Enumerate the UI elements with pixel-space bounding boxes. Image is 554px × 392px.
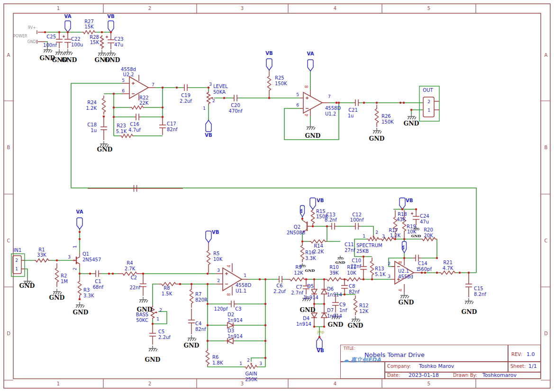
power-header-label: 9V+ [28, 26, 36, 30]
border-column-label: 1 [57, 381, 60, 386]
cloud-icon: ☁ [343, 356, 350, 364]
component-label: 2.7nf [291, 290, 303, 295]
net-flag-label: VB [265, 51, 272, 56]
pin-number-label: 2 [212, 98, 215, 103]
pin-number-label: 7 [328, 94, 331, 99]
pin-number-label: 2 [159, 308, 162, 312]
component-label: C5 [158, 329, 164, 334]
schematic-sheet[interactable]: 1122334455AABBCCDD POWER9V+GNDVAVBC25100… [0, 0, 554, 392]
component-label: BASS [136, 312, 148, 317]
gnd-label: GND [49, 294, 65, 301]
component-label: R4 [127, 260, 133, 266]
component-label: 1u [91, 128, 97, 133]
company-value: Toshko Marov [419, 363, 454, 369]
company-label: Company: [387, 364, 411, 369]
component-label: 82nf [167, 127, 178, 132]
component-label: C19 [181, 93, 191, 98]
component-label: 10K [213, 257, 223, 262]
pin-number-label: 3 [388, 274, 391, 279]
component-label: 20K [424, 233, 433, 238]
pin-number-label: 2 [217, 278, 220, 283]
component-label: R27 [84, 19, 94, 24]
pin-number-label: 1 [203, 106, 206, 111]
component-label: C11 [345, 242, 354, 247]
component-label: 820R [195, 297, 208, 303]
component-label: 2.2K [313, 249, 324, 254]
border-column-label: 3 [241, 381, 244, 386]
component-label: 15K [90, 40, 100, 45]
pin-number-label: 1 [15, 267, 18, 271]
component-label: C21 [348, 107, 358, 113]
component-label: 1n914 [327, 313, 342, 319]
component-label: 4558d [121, 67, 136, 72]
date-value: 2023-01-18 [409, 372, 439, 378]
net-flag-label: VB [107, 14, 114, 19]
component-label: 50KC [136, 318, 148, 323]
date-label: Date: [387, 373, 400, 378]
component-label: R13 [375, 266, 384, 271]
gnd-label: GND [328, 321, 344, 328]
component-label: Q1 [82, 251, 89, 257]
gnd-label: GND [305, 268, 315, 273]
net-flag-label: VA [300, 209, 303, 214]
pin-number-label: 2 [73, 267, 77, 270]
component-label: D3 [227, 328, 234, 333]
pin-number-label: 2 [388, 261, 391, 266]
pin-number-label: 1 [73, 245, 77, 248]
component-label: LEVEL [213, 84, 228, 89]
pin-number-label: 4 [398, 289, 403, 292]
component-label: R21 [443, 260, 453, 265]
component-label: 120pf [214, 306, 228, 312]
border-row-label: D [7, 331, 10, 336]
component-label: SPECTRUM [356, 243, 382, 248]
component-label: 5.1K [116, 129, 127, 134]
net-flag-layer[interactable] [65, 21, 407, 348]
component-label: R12 [359, 303, 369, 308]
border-column-label: 2 [148, 6, 151, 11]
pin-number-label: 3 [217, 268, 220, 273]
net-flag-label: VB [317, 198, 324, 203]
pin-number-label: 1 [244, 273, 246, 278]
component-label: 1.2K [86, 106, 97, 111]
component-label: R3 [83, 287, 90, 293]
component-label: U2.1 [398, 268, 409, 274]
component-label: C16 [130, 122, 139, 127]
border-row-label: A [545, 53, 548, 58]
net-flag-label: VB [317, 348, 324, 353]
component-label: 22K [139, 100, 149, 106]
net-flag-label: VA [76, 209, 83, 214]
gnd-label: GND [462, 308, 477, 315]
component-label: 10K [347, 270, 356, 276]
gnd-label: GND [300, 306, 316, 313]
gnd-label: GND [335, 260, 345, 265]
component-label: C14 [418, 261, 427, 266]
border-column-label: 2 [148, 381, 151, 386]
gnd-label: GND [369, 135, 385, 142]
net-flag-label: VA [401, 245, 405, 250]
component-label: R22 [139, 95, 149, 100]
pin-number-label: 2 [15, 258, 18, 263]
pin-number-label: 7 [152, 82, 154, 87]
drawn-by-value: Toshkomarov [482, 372, 517, 378]
gnd-label: GND [105, 56, 120, 63]
sheet-label: Sheet: [510, 364, 526, 369]
gnd-label: GND [73, 309, 89, 316]
component-label: C12 [352, 212, 362, 217]
component-label: 2.7K [125, 266, 136, 271]
component-label: 12K [294, 270, 303, 276]
border-row-label: B [545, 145, 548, 150]
power-header-label: GND [27, 40, 36, 44]
component-label: 2.2uf [180, 98, 192, 104]
component-label: R2 [61, 273, 67, 278]
component-label: 12K [359, 309, 369, 314]
border-column-label: 4 [334, 6, 336, 11]
component-label: C25 [46, 34, 56, 39]
component-label: 3.3K [305, 256, 316, 261]
rev-label: REV: [511, 352, 522, 357]
component-label: 68nf [93, 285, 104, 290]
border-row-label: D [544, 331, 548, 336]
pin-number-label: 2 [375, 230, 378, 235]
pin-number-label: 2 [247, 358, 250, 363]
component-label: R5 [213, 251, 219, 256]
component-label: 1n914 [296, 321, 311, 327]
